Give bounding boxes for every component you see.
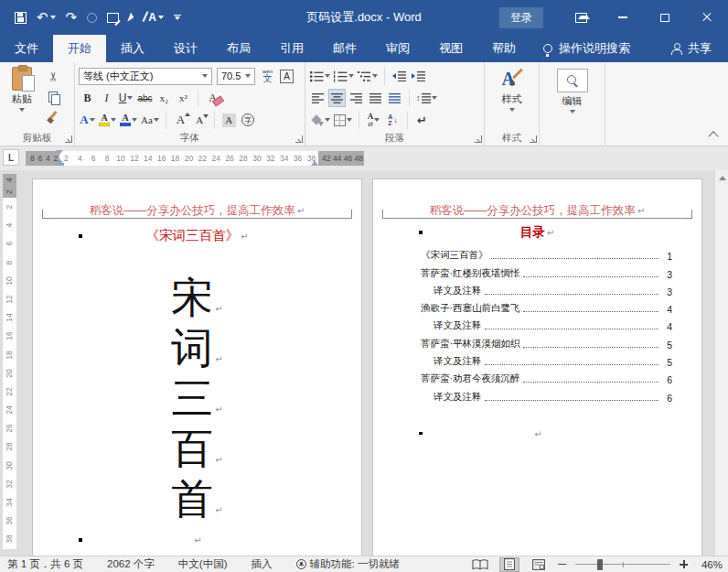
customize-qat-button[interactable] (174, 15, 181, 21)
first-line-indent-marker[interactable] (56, 150, 63, 155)
ribbon-tab[interactable]: 文件 (0, 35, 53, 62)
multilevel-list-button[interactable] (357, 67, 379, 85)
character-scaling-button[interactable]: A⇄ (365, 111, 382, 129)
format-text-dropdown-icon[interactable] (158, 16, 164, 19)
paste-button[interactable]: 粘贴 (4, 65, 40, 129)
font-size-combo[interactable]: 70.5 (217, 68, 255, 85)
bullets-button[interactable] (309, 67, 331, 85)
toc-entry[interactable]: 译文及注释 6 (390, 385, 672, 403)
line-spacing-dropdown-icon[interactable] (432, 96, 437, 100)
align-center-button[interactable] (328, 89, 346, 107)
tell-me-search[interactable]: 操作说明搜索 (543, 35, 630, 62)
document-page-2[interactable]: 稻客说——分享办公技巧，提高工作效率↵ 目录↵ 《宋词三百首》 1 菩萨蛮·红楼… (372, 178, 702, 556)
highlight-button[interactable]: A (98, 111, 117, 129)
character-scaling-dropdown-icon[interactable] (374, 118, 380, 122)
paragraph-dialog-launcher[interactable] (475, 135, 482, 143)
toc-entry[interactable]: 译文及注释 4 (390, 315, 672, 332)
text-effects-dropdown-icon[interactable] (90, 118, 95, 122)
editing-button[interactable]: 编辑 (543, 65, 601, 113)
toc-entry[interactable]: 译文及注释 5 (390, 351, 672, 368)
autosave-button[interactable] (87, 13, 97, 23)
font-dialog-launcher[interactable] (295, 135, 303, 143)
styles-dropdown-icon[interactable] (509, 108, 515, 112)
align-left-button[interactable] (309, 89, 327, 107)
shading-button[interactable] (309, 111, 331, 129)
increase-indent-button[interactable] (410, 67, 427, 85)
font-size-dropdown-icon[interactable] (245, 74, 251, 78)
shading-dropdown-icon[interactable] (325, 118, 330, 122)
zoom-slider-thumb[interactable] (597, 559, 603, 570)
undo-button[interactable]: ↶ (37, 11, 56, 24)
sign-in-button[interactable]: 登录 (499, 7, 543, 28)
sort-button[interactable]: AZ↓ (384, 111, 401, 129)
change-case-button[interactable]: Aa (140, 111, 160, 129)
numbering-dropdown-icon[interactable] (348, 74, 354, 78)
paste-dropdown-icon[interactable] (19, 108, 25, 112)
cut-button[interactable]: ✂ (44, 68, 62, 84)
bullets-dropdown-icon[interactable] (325, 74, 330, 78)
ribbon-display-options-button[interactable] (560, 0, 602, 35)
zoom-level[interactable]: 46% (697, 559, 723, 570)
font-color-dropdown-icon[interactable] (132, 118, 137, 122)
share-button[interactable]: 共享 (670, 35, 728, 62)
justify-button[interactable] (367, 89, 384, 107)
format-text-button[interactable]: A (144, 11, 164, 24)
editing-dropdown-icon[interactable] (570, 110, 575, 113)
minimize-button[interactable] (602, 0, 644, 35)
undo-dropdown-icon[interactable] (50, 16, 56, 19)
toc-entry[interactable]: 菩萨蛮·劝君今夜须沉醉 6 (390, 368, 672, 385)
print-layout-button[interactable] (499, 557, 519, 572)
toc-entry[interactable]: 菩萨蛮·红楼别夜堪惆怅 3 (390, 262, 672, 279)
copy-button[interactable] (44, 89, 62, 105)
save-button[interactable] (15, 12, 27, 24)
collapse-ribbon-button[interactable] (708, 131, 718, 141)
grow-font-button[interactable]: A (172, 111, 189, 129)
change-case-dropdown-icon[interactable] (154, 118, 159, 122)
page-indicator[interactable]: 第 1 页，共 6 页 (7, 557, 83, 571)
left-indent-marker[interactable] (56, 163, 64, 166)
ribbon-tab[interactable]: 开始 (53, 35, 106, 62)
highlight-dropdown-icon[interactable] (111, 118, 116, 122)
line-spacing-button[interactable]: ↕ (415, 89, 438, 107)
clear-formatting-button[interactable]: A (204, 89, 221, 107)
read-mode-button[interactable] (470, 557, 490, 572)
ribbon-tab[interactable]: 审阅 (371, 35, 424, 62)
character-border-button[interactable]: A (276, 67, 294, 85)
bold-button[interactable]: B (79, 89, 96, 107)
zoom-out-button[interactable] (558, 564, 566, 566)
close-button[interactable] (686, 0, 728, 35)
format-painter-button[interactable] (44, 110, 62, 126)
toc-entry[interactable]: 《宋词三百首》 1 (390, 244, 672, 262)
underline-button[interactable]: U (117, 89, 134, 107)
numbering-button[interactable] (333, 67, 355, 85)
distribute-button[interactable] (386, 89, 403, 107)
clipboard-dialog-launcher[interactable] (65, 135, 72, 143)
toc-entry[interactable]: 菩萨蛮·平林漠漠烟如织 5 (390, 332, 672, 350)
multilevel-dropdown-icon[interactable] (372, 74, 378, 78)
character-shading-button[interactable]: A (220, 111, 238, 129)
word-count[interactable]: 2062 个字 (107, 557, 155, 571)
ribbon-tab[interactable]: 插入 (106, 35, 159, 62)
shrink-font-button[interactable]: A (191, 111, 209, 129)
ribbon-tab[interactable]: 设计 (159, 35, 212, 62)
document-page-1[interactable]: 稻客说——分享办公技巧，提高工作效率↵ 《宋词三百首》↵ 宋↵ 词↵ 三↵ 百↵… (32, 178, 362, 556)
borders-dropdown-icon[interactable] (347, 118, 352, 122)
vertical-scrollbar[interactable] (714, 170, 728, 556)
strikethrough-button[interactable]: abc (136, 89, 154, 107)
ribbon-tab[interactable]: 布局 (212, 35, 265, 62)
styles-button[interactable]: A 样式 (488, 65, 535, 112)
maximize-button[interactable] (644, 0, 686, 35)
scroll-up-icon[interactable] (719, 176, 726, 180)
redo-button[interactable]: ↷ (66, 11, 78, 24)
right-indent-marker[interactable] (311, 160, 318, 166)
enclose-characters-button[interactable]: 字 (240, 111, 257, 129)
subscript-button[interactable]: x₂ (155, 89, 173, 107)
insert-mode-indicator[interactable]: 插入 (252, 557, 273, 571)
font-name-combo[interactable]: 等线 (中文正文) (79, 68, 212, 85)
web-layout-button[interactable] (529, 557, 549, 572)
select-tool-button[interactable] (129, 13, 134, 23)
italic-button[interactable]: I (98, 89, 115, 107)
zoom-in-button[interactable] (680, 560, 688, 568)
language-indicator[interactable]: 中文(中国) (178, 557, 228, 571)
ribbon-tab[interactable]: 邮件 (318, 35, 371, 62)
